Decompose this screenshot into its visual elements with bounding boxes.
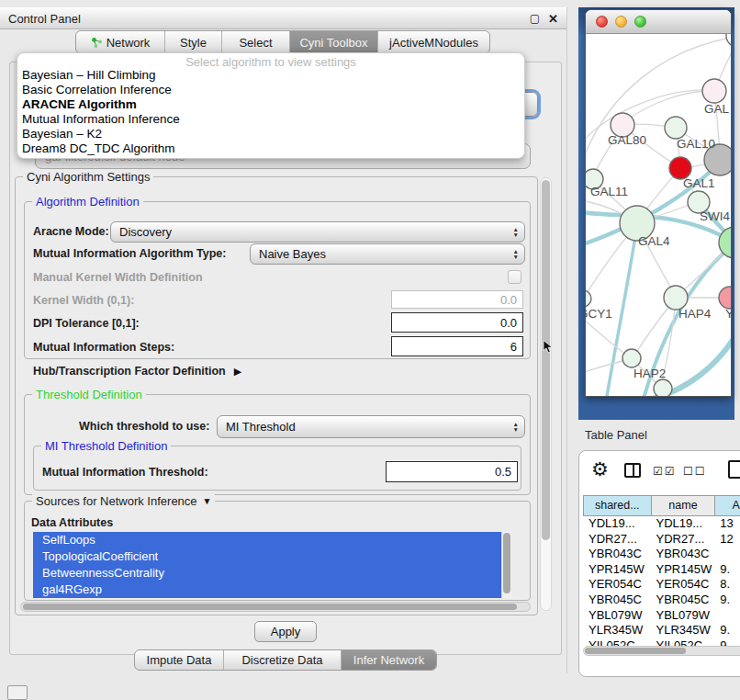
data-attributes-list[interactable]: SelfLoopsTopologicalCoefficientBetweenne… — [33, 532, 511, 598]
table-row[interactable]: YDL19...YDL19...13 — [583, 516, 740, 532]
settings-horizontal-scrollbar[interactable] — [20, 602, 531, 612]
control-panel-titlebar[interactable]: Control Panel ▢ ✕ — [0, 7, 566, 29]
cell: YLR345W — [651, 623, 715, 638]
network-node-gal[interactable] — [702, 79, 726, 103]
kernel-width-input[interactable] — [391, 290, 523, 309]
network-view-window[interactable]: GALGAL80GAL10GAL1GAL11SWI4GAL4GCY1HAP4YH… — [585, 9, 732, 397]
hub-definition-toggle[interactable]: Hub/Transcription Factor Definition ▶ — [33, 365, 241, 378]
cell: 9 — [714, 638, 740, 646]
sources-toggle[interactable]: Sources for Network Inference ▼ — [32, 494, 215, 508]
algorithm-option-aracne-algorithm[interactable]: ARACNE Algorithm — [17, 97, 524, 112]
tab-cyni-toolbox[interactable]: Cyni Toolbox — [289, 31, 377, 53]
table-header-row: shared...nameA — [583, 495, 740, 516]
algorithm-option-bayesian-k2[interactable]: Bayesian – K2 — [17, 127, 524, 141]
network-node[interactable] — [726, 34, 731, 47]
columns-icon[interactable] — [624, 463, 641, 478]
cell — [714, 547, 740, 562]
column-header-shared[interactable]: shared... — [583, 496, 651, 515]
expanded-arrow-icon: ▼ — [203, 496, 212, 506]
attribute-topologicalcoefficient[interactable]: TopologicalCoefficient — [33, 548, 511, 565]
mi-threshold-input[interactable] — [386, 461, 518, 482]
table-horizontal-scrollbar[interactable] — [583, 646, 740, 656]
table-row[interactable]: YLR345WYLR345W9. — [583, 623, 740, 638]
cell: YDR27... — [583, 532, 651, 548]
which-threshold-combo[interactable]: MI Threshold ▲▼ — [217, 415, 525, 438]
attribute-gal4rgexp[interactable]: gal4RGexp — [33, 581, 511, 598]
table-panel: ⚙ ☑☑ ☐☐ shared...nameA YDL19...YDL19...1… — [578, 450, 740, 677]
node-label-gal80: GAL80 — [608, 133, 646, 147]
algorithm-option-dream8-dc-tdc-algorithm[interactable]: Dream8 DC_TDC Algorithm — [17, 141, 524, 156]
algorithm-option-mutual-information-inference[interactable]: Mutual Information Inference — [17, 112, 524, 127]
table-row[interactable]: YIL052CYIL052C9 — [583, 638, 740, 646]
tab-discretize-data[interactable]: Discretize Data — [223, 650, 341, 670]
column-header-a[interactable]: A — [714, 496, 740, 515]
settings-vertical-scrollbar[interactable] — [540, 177, 552, 611]
hub-definition-label: Hub/Transcription Factor Definition — [33, 365, 226, 378]
network-edge — [624, 91, 712, 122]
float-icon[interactable]: ▢ — [530, 12, 540, 25]
tab-style[interactable]: Style — [164, 31, 221, 53]
node-label-hap4: HAP4 — [678, 307, 712, 321]
deselect-all-icon[interactable]: ☐☐ — [683, 465, 707, 478]
mi-threshold-definition-title: MI Threshold Definition — [41, 439, 171, 453]
attributes-vertical-scrollbar[interactable] — [501, 532, 511, 598]
tab-impute-data[interactable]: Impute Data — [135, 650, 223, 670]
dpi-tolerance-input[interactable] — [391, 312, 523, 333]
network-graph: GALGAL80GAL10GAL1GAL11SWI4GAL4GCY1HAP4YH… — [586, 34, 731, 396]
mi-algorithm-type-combo[interactable]: Naive Bayes ▲▼ — [250, 243, 525, 265]
manual-kernel-width-checkbox[interactable] — [508, 270, 521, 284]
select-all-icon[interactable]: ☑☑ — [653, 465, 677, 478]
cell: YBR043C — [651, 547, 715, 562]
network-node-gal10[interactable] — [665, 117, 687, 139]
cell: YIL052C — [651, 638, 715, 646]
zoom-traffic-light[interactable] — [634, 16, 646, 28]
node-label-y: Y — [725, 307, 731, 321]
network-canvas[interactable]: GALGAL80GAL10GAL1GAL11SWI4GAL4GCY1HAP4YH… — [586, 34, 731, 396]
file-icon[interactable] — [728, 460, 740, 479]
close-traffic-light[interactable] — [596, 16, 608, 28]
table-row[interactable]: YDR27...YDR27...12 — [583, 532, 740, 548]
tab-select[interactable]: Select — [221, 31, 289, 53]
network-icon — [91, 37, 103, 49]
table-panel-title: Table Panel — [585, 428, 647, 442]
network-edge — [678, 247, 729, 295]
table-row[interactable]: YBL079WYBL079W — [583, 608, 740, 624]
cell: YPR145W — [651, 562, 715, 578]
tab-infer-network[interactable]: Infer Network — [341, 650, 436, 670]
network-window-titlebar[interactable] — [586, 10, 731, 34]
which-threshold-label: Which threshold to use: — [79, 420, 209, 433]
node-label-hap2: HAP2 — [633, 367, 666, 380]
algorithm-option-bayesian-hill-climbing[interactable]: Bayesian – Hill Climbing — [17, 68, 524, 83]
cell: YIL052C — [583, 638, 651, 646]
attribute-selfloops[interactable]: SelfLoops — [33, 532, 511, 548]
tab-jactivemnodules[interactable]: jActiveMNodules — [377, 31, 489, 53]
apply-button[interactable]: Apply — [254, 621, 317, 642]
column-header-name[interactable]: name — [651, 496, 715, 515]
mi-steps-input[interactable] — [391, 336, 523, 356]
table-row[interactable]: YER054CYER054C8. — [583, 577, 740, 593]
corner-grip[interactable] — [7, 685, 28, 700]
cell: YDR27... — [651, 532, 715, 548]
minimize-traffic-light[interactable] — [615, 16, 627, 28]
tab-label: jActiveMNodules — [389, 36, 478, 50]
network-node-hap2[interactable] — [622, 349, 641, 367]
table-row[interactable]: YBR043CYBR043C — [583, 547, 740, 562]
algorithm-dropdown-overlay: Select algorithm to view settings Bayesi… — [17, 52, 525, 159]
network-node-gcy1[interactable] — [586, 290, 591, 307]
close-icon[interactable]: ✕ — [548, 12, 558, 26]
table-body: YDL19...YDL19...13YDR27...YDR27...12YBR0… — [583, 516, 740, 646]
gear-icon[interactable]: ⚙ — [591, 458, 609, 480]
tab-network[interactable]: Network — [76, 31, 164, 53]
tab-label: Impute Data — [147, 653, 212, 667]
aracne-mode-combo[interactable]: Discovery ▲▼ — [110, 221, 525, 243]
table-row[interactable]: YBR045CYBR045C9. — [583, 593, 740, 608]
network-view-background: GALGAL80GAL10GAL1GAL11SWI4GAL4GCY1HAP4YH… — [578, 7, 734, 420]
algorithm-option-basic-correlation-inference[interactable]: Basic Correlation Inference — [17, 83, 524, 97]
network-node[interactable] — [654, 379, 672, 396]
table-row[interactable]: YPR145WYPR145W9. — [583, 562, 740, 578]
node-table: shared...nameA YDL19...YDL19...13YDR27..… — [583, 495, 740, 646]
cell: 12 — [714, 532, 740, 548]
network-node-y[interactable] — [719, 287, 731, 309]
cell: YDL19... — [651, 516, 715, 532]
attribute-betweennesscentrality[interactable]: BetweennessCentrality — [33, 565, 511, 581]
